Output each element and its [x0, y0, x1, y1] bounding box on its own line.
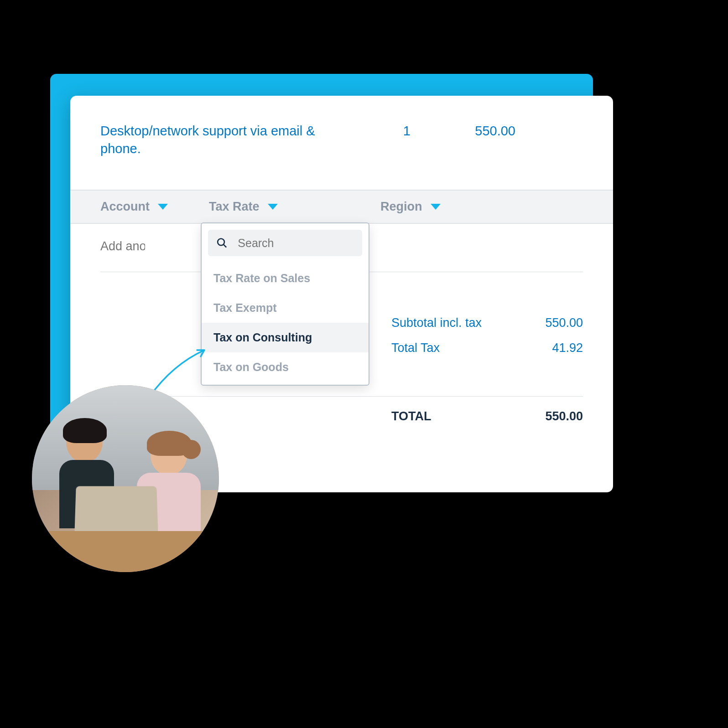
avatar-image — [32, 385, 219, 572]
column-region-label: Region — [380, 200, 422, 214]
caret-down-icon — [431, 204, 441, 210]
column-header-bar: Account Tax Rate Region — [70, 190, 613, 224]
tax-rate-dropdown[interactable]: Tax Rate on Sales Tax Exempt Tax on Cons… — [201, 222, 369, 386]
dropdown-option[interactable]: Tax on Goods — [208, 352, 362, 382]
total-tax-label: Total Tax — [391, 341, 510, 355]
dropdown-option[interactable]: Tax Rate on Sales — [208, 263, 362, 293]
line-item-row: Desktop/network support via email & phon… — [70, 96, 613, 190]
dropdown-option[interactable]: Tax Exempt — [208, 293, 362, 323]
column-account-label: Account — [100, 200, 150, 214]
svg-line-1 — [224, 244, 226, 247]
dropdown-search[interactable] — [208, 230, 362, 256]
subtotal-value: 550.00 — [510, 316, 583, 330]
caret-down-icon — [268, 204, 278, 210]
grand-total-value: 550.00 — [510, 409, 583, 423]
dropdown-search-input[interactable] — [238, 237, 354, 250]
column-tax-rate[interactable]: Tax Rate — [209, 200, 278, 214]
caret-down-icon — [158, 204, 168, 210]
dropdown-option-selected[interactable]: Tax on Consulting — [202, 323, 369, 352]
column-tax-rate-label: Tax Rate — [209, 200, 260, 214]
svg-point-0 — [218, 239, 224, 246]
subtotal-label: Subtotal incl. tax — [391, 316, 510, 330]
grand-total-label: TOTAL — [391, 409, 510, 423]
search-icon — [216, 236, 228, 250]
line-quantity[interactable]: 1 — [356, 122, 411, 158]
line-description[interactable]: Desktop/network support via email & phon… — [100, 122, 356, 158]
add-item-input[interactable] — [70, 224, 175, 272]
column-account[interactable]: Account — [100, 200, 168, 214]
column-region[interactable]: Region — [380, 200, 441, 214]
total-tax-value: 41.92 — [510, 341, 583, 355]
line-amount[interactable]: 550.00 — [411, 122, 515, 158]
